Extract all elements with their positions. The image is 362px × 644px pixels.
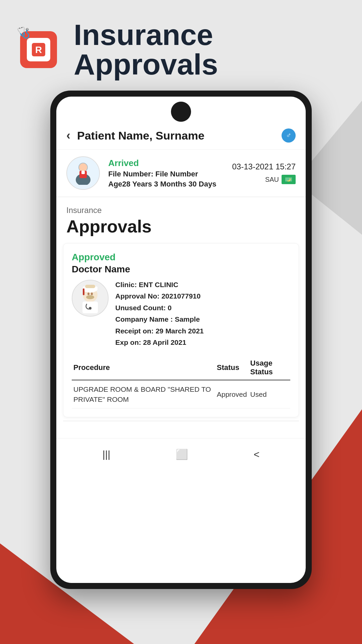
doctor-details: Clinic: ENT CLINIC Approval No: 20210779… xyxy=(115,280,290,349)
svg-rect-12 xyxy=(85,285,95,288)
logo-symbol: R xyxy=(27,38,50,61)
approvals-title: Approvals xyxy=(66,216,296,236)
approval-card: Approved Doctor Name xyxy=(63,243,299,417)
receipt-row: Receipt on: 29 March 2021 xyxy=(115,326,290,336)
separator-line xyxy=(63,421,299,421)
company-row: Company Name : Sample xyxy=(115,314,290,324)
age-value: 28 Years 3 Months 30 Days xyxy=(122,180,217,188)
approval-no-value: 2021077910 xyxy=(162,292,201,300)
doctor-info-row: Clinic: ENT CLINIC Approval No: 20210779… xyxy=(72,280,290,349)
company-value: Sample xyxy=(175,315,200,323)
svg-point-15 xyxy=(86,295,94,299)
patient-right-info: 03-13-2021 15:27 SAU 🌙 xyxy=(232,162,296,184)
file-value: File Number xyxy=(156,170,198,178)
phone-screen: ‹ Patient Name, Surname ♂ A xyxy=(56,97,306,583)
page-title: Insurance Approvals xyxy=(74,20,218,79)
phone-notch xyxy=(171,102,191,122)
insurance-section-header: Insurance Approvals xyxy=(56,197,306,240)
stethoscope-icon: 🩺 xyxy=(17,26,30,39)
svg-rect-6 xyxy=(81,171,85,174)
exp-value: 28 April 2021 xyxy=(143,338,186,346)
patient-file: File Number: File Number xyxy=(108,170,232,178)
patient-info-card: Arrived File Number: File Number Age28 Y… xyxy=(56,150,306,197)
approval-no-row: Approval No: 2021077910 xyxy=(115,291,290,301)
unused-count-value: 0 xyxy=(168,304,172,312)
country-flag: 🌙 xyxy=(282,175,296,184)
svg-rect-7 xyxy=(282,175,295,184)
back-button[interactable]: ‹ xyxy=(66,128,70,143)
page-title-line2: Approvals xyxy=(74,50,218,79)
app-logo: 🩺 R xyxy=(20,31,57,68)
col-usage-header: Usage Status xyxy=(249,356,290,380)
patient-status: Arrived xyxy=(108,158,232,168)
clinic-label: Clinic: xyxy=(115,281,137,288)
approval-status-badge: Approved xyxy=(72,252,290,263)
svg-rect-18 xyxy=(83,288,84,295)
patient-avatar xyxy=(66,156,100,190)
country-code: SAU xyxy=(265,176,279,183)
procedure-table: Procedure Status Usage Status UPGRADE RO… xyxy=(72,356,290,409)
insurance-label: Insurance xyxy=(66,206,296,215)
back-nav-button[interactable]: < xyxy=(247,445,266,464)
bottom-spacer xyxy=(56,425,306,435)
file-label: File Number: xyxy=(108,170,153,178)
svg-text:R: R xyxy=(35,45,42,55)
receipt-value: 29 March 2021 xyxy=(156,327,204,335)
page-title-line1: Insurance xyxy=(74,20,218,50)
receipt-label: Receipt on: xyxy=(115,327,154,335)
doctor-name: Doctor Name xyxy=(72,264,290,275)
patient-age: Age28 Years 3 Months 30 Days xyxy=(108,180,232,189)
svg-point-14 xyxy=(91,292,93,295)
unused-count-label: Unused Count: xyxy=(115,304,166,312)
home-nav-button[interactable]: ⬜ xyxy=(169,445,195,464)
menu-nav-button[interactable]: ||| xyxy=(96,445,117,464)
patient-details: Arrived File Number: File Number Age28 Y… xyxy=(108,158,232,189)
age-label: Age xyxy=(108,180,122,188)
exp-row: Exp on: 28 April 2021 xyxy=(115,337,290,347)
svg-point-13 xyxy=(87,292,89,295)
patient-name: Patient Name, Surname xyxy=(77,129,282,142)
clinic-row: Clinic: ENT CLINIC xyxy=(115,280,290,289)
gender-icon: ♂ xyxy=(282,128,296,143)
status-cell: Approved xyxy=(215,380,249,408)
country-badge: SAU 🌙 xyxy=(265,175,296,184)
bottom-navigation: ||| ⬜ < xyxy=(56,438,306,470)
svg-point-4 xyxy=(79,163,87,171)
table-row: UPGRADE ROOM & BOARD "SHARED TO PRIVATE"… xyxy=(72,380,290,408)
usage-cell: Used xyxy=(249,380,290,408)
svg-point-17 xyxy=(89,307,92,310)
phone-mockup: ‹ Patient Name, Surname ♂ A xyxy=(50,91,312,589)
doctor-avatar xyxy=(72,280,109,317)
unused-count-row: Unused Count: 0 xyxy=(115,303,290,313)
col-procedure-header: Procedure xyxy=(72,356,215,380)
patient-datetime: 03-13-2021 15:27 xyxy=(232,162,296,171)
header: 🩺 R Insurance Approvals xyxy=(0,0,362,86)
approval-no-label: Approval No: xyxy=(115,292,160,300)
clinic-value: ENT CLINIC xyxy=(139,281,178,288)
svg-text:🌙: 🌙 xyxy=(287,177,291,182)
phone-outer: ‹ Patient Name, Surname ♂ A xyxy=(50,91,312,589)
exp-label: Exp on: xyxy=(115,338,141,346)
procedure-cell: UPGRADE ROOM & BOARD "SHARED TO PRIVATE"… xyxy=(72,380,215,408)
company-label: Company Name : xyxy=(115,315,173,323)
col-status-header: Status xyxy=(215,356,249,380)
patient-header: ‹ Patient Name, Surname ♂ xyxy=(56,122,306,150)
